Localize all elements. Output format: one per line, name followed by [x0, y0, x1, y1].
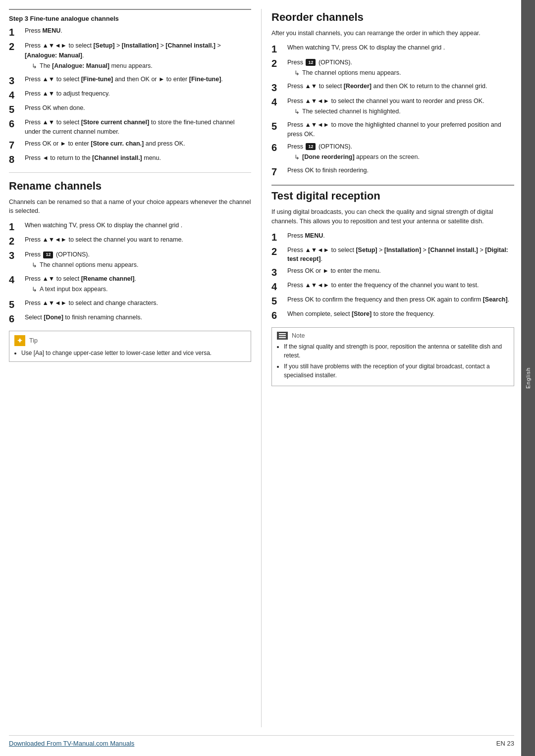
list-item: 6 When complete, select [Store] to store… [271, 309, 514, 321]
section-divider [271, 185, 514, 186]
two-col: Step 3 Fine-tune analogue channels 1 Pre… [9, 9, 514, 727]
step-number: 1 [9, 221, 23, 233]
note-header: Note [277, 332, 509, 340]
step-number: 4 [271, 96, 285, 108]
step-text: Press ▲▼◄► to select [Setup] > [Installa… [287, 246, 514, 264]
list-item: 3 Press OK or ► to enter the menu. [271, 266, 514, 278]
note-item: If the signal quality and strength is po… [284, 342, 509, 360]
bullet-text: The channel options menu appears. [40, 260, 138, 270]
step-text: Press ▲▼◄► to select the channel you wan… [287, 98, 484, 104]
note-line [279, 335, 286, 336]
tip-content: Use [Aa] to change upper-case letter to … [14, 349, 246, 357]
arrow-bullet: ↳ The channel options menu appears. [294, 68, 514, 78]
step-text: Press ▲▼◄► to select and change characte… [25, 299, 251, 308]
list-item: 7 Press OK or ► to enter [Store curr. ch… [9, 139, 251, 151]
arrow-bullet: ↳ The selected channel is highlighted. [294, 107, 514, 117]
bullet-text: The selected channel is highlighted. [302, 107, 401, 116]
rename-list: 1 When watching TV, press OK to display … [9, 221, 251, 325]
list-item: 1 When watching TV, press OK to display … [9, 221, 251, 233]
top-divider [9, 9, 251, 10]
options-badge: 12 [306, 143, 316, 150]
footer: Downloaded From TV-Manual.com Manuals EN… [9, 735, 514, 747]
reorder-intro: After you install channels, you can rear… [271, 29, 514, 38]
list-item: 4 Press ▲▼◄► to enter the frequency of t… [271, 281, 514, 293]
list-item: 4 Press ▲▼ to adjust frequency. [9, 89, 251, 101]
step-number: 8 [9, 153, 23, 165]
tip-icon: ✦ [14, 335, 25, 346]
note-item: If you still have problems with the rece… [284, 362, 509, 380]
list-item: 5 Press OK when done. [9, 103, 251, 115]
arrow-symbol: ↳ [32, 61, 37, 71]
step-text: Press ▲▼◄► to select [Setup] > [Installa… [25, 42, 221, 59]
right-column: Reorder channels After you install chann… [262, 9, 514, 727]
rename-intro: Channels can be renamed so that a name o… [9, 198, 251, 216]
step-number: 7 [9, 139, 23, 151]
step-text: Press MENU. [25, 26, 251, 36]
step-number: 2 [271, 246, 285, 257]
options-badge: 12 [43, 252, 53, 258]
step-number: 5 [9, 103, 23, 115]
left-column: Step 3 Fine-tune analogue channels 1 Pre… [9, 9, 262, 727]
list-item: 3 Press ▲▼ to select [Fine-tune] and the… [9, 75, 251, 87]
list-item: 3 Press ▲▼ to select [Reorder] and then … [271, 82, 514, 94]
reorder-title: Reorder channels [271, 11, 514, 24]
step-number: 4 [271, 281, 285, 293]
arrow-bullet: ↳ A text input box appears. [32, 285, 251, 295]
step-text: When complete, select [Store] to store t… [287, 309, 514, 319]
step-text: Press OK or ► to enter the menu. [287, 266, 514, 276]
list-item: 2 Press ▲▼◄► to select [Setup] > [Instal… [9, 41, 251, 72]
list-item: 1 When watching TV, press OK to display … [271, 43, 514, 55]
list-item: 4 Press ▲▼ to select [Rename channel]. ↳… [9, 274, 251, 296]
main-content: Step 3 Fine-tune analogue channels 1 Pre… [0, 0, 535, 756]
footer-page: EN 23 [496, 740, 514, 747]
list-item: 6 Select [Done] to finish renaming chann… [9, 313, 251, 325]
step-number: 3 [9, 75, 23, 87]
test-digital-intro: If using digital broadcasts, you can che… [271, 207, 514, 226]
step-number: 1 [271, 43, 285, 55]
step-number: 6 [9, 313, 23, 325]
step-number: 4 [9, 89, 23, 101]
list-item: 6 Press 12 (OPTIONS). ↳ [Done reordering… [271, 142, 514, 163]
step-number: 7 [271, 166, 285, 178]
step-number: 6 [271, 309, 285, 321]
footer-link[interactable]: Downloaded From TV-Manual.com Manuals [9, 740, 134, 747]
page: English Step 3 Fine-tune analogue channe… [0, 0, 535, 756]
test-digital-title: Test digital reception [271, 190, 514, 202]
step-text: Press ▲▼ to select [Fine-tune] and then … [25, 75, 251, 84]
step3-title: Step 3 Fine-tune analogue channels [9, 15, 251, 22]
step-number: 4 [9, 274, 23, 286]
list-item: 6 Press ▲▼ to select [Store current chan… [9, 118, 251, 137]
step-text: Press ▲▼◄► to select the channel you wan… [25, 235, 251, 245]
arrow-symbol: ↳ [294, 107, 300, 117]
test-digital-list: 1 Press MENU. 2 Press ▲▼◄► to select [Se… [271, 231, 514, 322]
arrow-symbol: ↳ [294, 68, 300, 78]
note-icon [277, 332, 288, 340]
note-line [279, 333, 286, 334]
step-text: Press ▲▼ to select [Rename channel]. [25, 275, 136, 282]
step-number: 5 [271, 120, 285, 132]
bullet-text: The [Analogue: Manual] menu appears. [40, 61, 153, 71]
note-label: Note [292, 332, 305, 339]
step-number: 3 [271, 82, 285, 94]
tip-box: ✦ Tip Use [Aa] to change upper-case lett… [9, 331, 251, 362]
arrow-bullet: ↳ The [Analogue: Manual] menu appears. [32, 61, 251, 71]
step-text: Press ▲▼◄► to move the highlighted chann… [287, 120, 514, 139]
step-number: 5 [271, 295, 285, 307]
step-number: 2 [9, 41, 23, 52]
step-text: Press ▲▼ to adjust frequency. [25, 89, 251, 99]
list-item: 8 Press ◄ to return to the [Channel inst… [9, 153, 251, 165]
step-text: Press OK when done. [25, 103, 251, 113]
bullet-text: The channel options menu appears. [302, 68, 401, 78]
arrow-symbol: ↳ [32, 285, 37, 295]
step-number: 2 [9, 235, 23, 247]
list-item: 5 Press ▲▼◄► to move the highlighted cha… [271, 120, 514, 139]
step-text: Press 12 (OPTIONS). [25, 251, 90, 258]
rename-title: Rename channels [9, 180, 251, 193]
list-item: 5 Press ▲▼◄► to select and change charac… [9, 299, 251, 310]
step-text: Press ◄ to return to the [Channel instal… [25, 153, 251, 163]
step-text: Press 12 (OPTIONS). [287, 59, 352, 66]
list-item: 1 Press MENU. [9, 26, 251, 38]
arrow-symbol: ↳ [294, 152, 300, 162]
step-number: 1 [271, 231, 285, 243]
step-number: 2 [271, 57, 285, 69]
